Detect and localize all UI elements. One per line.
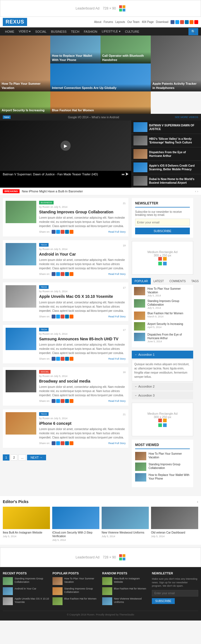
share-rss-6[interactable] <box>70 441 73 445</box>
editor-item-2[interactable]: iCloud.com Security With 2-Step Verifica… <box>52 507 99 541</box>
footer-random-item-1[interactable]: Ikea Built An Instagram Website <box>102 577 149 585</box>
share-google-4[interactable] <box>61 357 64 361</box>
hero-item-bluetooth[interactable]: Call Operator with Bluetooth Handsfree <box>100 36 151 63</box>
tab-tags[interactable]: TAGS <box>188 278 201 284</box>
footer-popular-item-3[interactable]: Blue Fashion Hat for Women <box>52 597 99 605</box>
footer-popular-item-2[interactable]: Standing Improves Group Collaboration <box>52 587 99 595</box>
nav-404[interactable]: 404 Page <box>142 20 154 23</box>
share-linkedin-3[interactable] <box>65 315 69 319</box>
read-more-1[interactable]: Read Full Story <box>108 230 126 233</box>
search-button[interactable]: 🔍 <box>188 28 198 35</box>
most-viewed-item-3[interactable]: How to Replace Your Wallet With Your Pho… <box>135 473 190 482</box>
editor-item-1[interactable]: Ikea Built An Instagram Website July 5, … <box>3 507 50 541</box>
article-tag-6[interactable]: TECH <box>39 412 49 416</box>
accordion-2[interactable]: ← Accordion 2 <box>132 383 193 390</box>
see-more-videos[interactable]: SEE MORE VIDEOS <box>175 116 198 119</box>
nav-layouts[interactable]: Layouts <box>115 20 125 23</box>
article-title-4[interactable]: Samsung Announces New 85-Inch UHD TV <box>39 336 126 341</box>
share-rss-3[interactable] <box>70 315 73 319</box>
footer-recent-item-1[interactable]: Standing Improves Group Collaboration <box>3 577 49 585</box>
youtube-icon[interactable] <box>194 20 198 24</box>
nav-video[interactable]: VIDEO ▾ <box>16 27 33 36</box>
read-more-5[interactable]: Read Full Story <box>108 400 126 402</box>
nav-social[interactable]: SOCIAL <box>33 28 49 36</box>
article-title-3[interactable]: Apple Unveils Mac OS X 10.10 Yosemite <box>39 294 126 299</box>
video-sidebar-item-5[interactable]: Dubai Is Now Home to the World's Busiest… <box>131 174 201 188</box>
share-google-3[interactable] <box>61 315 64 319</box>
footer-random-item-3[interactable]: New Vivienne Westwood Uniforms <box>102 597 149 605</box>
article-title-1[interactable]: Standing Improves Group Collaboration <box>39 209 126 214</box>
share-google-2[interactable] <box>61 272 64 276</box>
page-2[interactable]: 2 <box>11 454 17 461</box>
nav-fashion[interactable]: FASHION <box>82 28 99 36</box>
share-facebook-3[interactable] <box>52 315 56 319</box>
page-1[interactable]: 1 <box>3 454 9 461</box>
video-controls[interactable]: ⏮ ➤ <box>121 173 128 176</box>
share-facebook-5[interactable] <box>52 399 56 403</box>
editors-nav[interactable]: › <box>197 499 198 504</box>
share-linkedin-5[interactable] <box>65 399 69 403</box>
most-viewed-item-2[interactable]: Standing Improves Group Collaboration <box>135 463 190 471</box>
editor-item-3[interactable]: New Vivienne Westwood Uniforms July 5, 2… <box>102 507 149 541</box>
article-tag-4[interactable]: TECH <box>39 328 49 331</box>
share-twitter-2[interactable] <box>56 272 60 276</box>
video-sidebar-item-3[interactable]: Dispatches From the Eye of Hurricane Art… <box>131 147 201 161</box>
nav-home[interactable]: HOME <box>3 28 16 36</box>
article-title-2[interactable]: Android in Your Car <box>39 252 126 257</box>
video-sidebar-item-2[interactable]: HBO's 'Silicon Valley' is a Nerdy 'Entou… <box>131 134 201 147</box>
tab-item-1[interactable]: How To Plan Your Summer Vacation July 5,… <box>134 287 191 297</box>
twitter-icon[interactable] <box>175 20 179 24</box>
share-linkedin-4[interactable] <box>65 357 69 361</box>
article-tag-3[interactable]: TECH <box>39 285 49 289</box>
nav-forums[interactable]: Forums <box>104 20 113 23</box>
share-twitter-3[interactable] <box>56 315 60 319</box>
tab-comments[interactable]: COMMENTS <box>167 278 188 284</box>
article-tag-2[interactable]: TECH <box>39 243 49 247</box>
share-linkedin-2[interactable] <box>65 272 69 276</box>
footer-recent-item-3[interactable]: Apple Unveils Mac OS X 10.10 Yosemite <box>3 597 49 605</box>
footer-recent-item-2[interactable]: Android in Your Car <box>3 587 49 595</box>
hero-item-summer[interactable]: How To Plan Your Summer Vacation <box>0 36 50 91</box>
tab-popular[interactable]: POPULAR <box>132 278 151 284</box>
share-rss-1[interactable] <box>70 230 73 234</box>
page-ellipsis[interactable]: ... <box>18 454 26 461</box>
next-page-button[interactable]: NEXT → <box>27 455 46 460</box>
nav-ourteam[interactable]: Our Team <box>127 20 140 23</box>
read-more-4[interactable]: Read Full Story <box>108 357 126 360</box>
hero-item-airport[interactable]: Airport Security Is Increasing <box>0 91 50 114</box>
accordion-3[interactable]: ← Accordion 3 <box>132 391 193 399</box>
share-twitter-5[interactable] <box>56 399 60 403</box>
newsletter-subscribe-button[interactable]: SUBSCRIBE <box>135 228 190 234</box>
article-tag-5[interactable]: SOCIAL <box>39 370 51 374</box>
article-title-5[interactable]: Broadway and social media <box>39 379 126 384</box>
read-more-2[interactable]: Read Full Story <box>108 273 126 275</box>
footer-popular-item-1[interactable]: How To Plan Your Summer Vacation <box>52 577 99 585</box>
article-tag-1[interactable]: BUSINESS <box>39 201 54 204</box>
share-rss-4[interactable] <box>70 357 73 361</box>
play-button[interactable]: ▶ <box>61 141 71 151</box>
share-google-5[interactable] <box>61 399 64 403</box>
tab-latest[interactable]: LATEST <box>151 278 167 284</box>
share-twitter-6[interactable] <box>56 441 60 445</box>
newsletter-email-input[interactable] <box>135 219 190 226</box>
share-linkedin-6[interactable] <box>65 441 69 445</box>
accordion-1[interactable]: ← Accordion 1 <box>132 351 193 358</box>
read-more-3[interactable]: Read Full Story <box>108 315 126 318</box>
nav-lifestyle[interactable]: LIFESTYLE ▾ <box>100 27 123 36</box>
footer-random-item-2[interactable]: Blue Fashion Hat for Women <box>102 587 149 595</box>
share-rss-5[interactable] <box>70 399 73 403</box>
hero-item-apple[interactable]: Apple Patents Activity Tracker in Headph… <box>151 36 201 91</box>
share-linkedin-1[interactable] <box>65 230 69 234</box>
tab-item-5[interactable]: Dispatches From the Eye of Hurricane Art… <box>134 333 191 343</box>
facebook-icon[interactable] <box>171 20 174 24</box>
footer-subscribe-button[interactable]: SUBSCRIBE <box>152 598 175 604</box>
share-google-1[interactable] <box>61 230 64 234</box>
article-title-6[interactable]: iPhone 6 concept <box>39 421 126 426</box>
share-twitter-4[interactable] <box>56 357 60 361</box>
site-logo[interactable]: REXUS <box>3 18 27 26</box>
share-facebook-2[interactable] <box>52 272 56 276</box>
footer-newsletter-input[interactable] <box>152 590 198 596</box>
hero-item-fashion[interactable]: Blue Fashion Hat for Women <box>50 91 151 114</box>
googleplus-icon[interactable] <box>180 20 184 24</box>
most-viewed-item-1[interactable]: How To Plan Your Summer Vacation <box>135 452 190 460</box>
